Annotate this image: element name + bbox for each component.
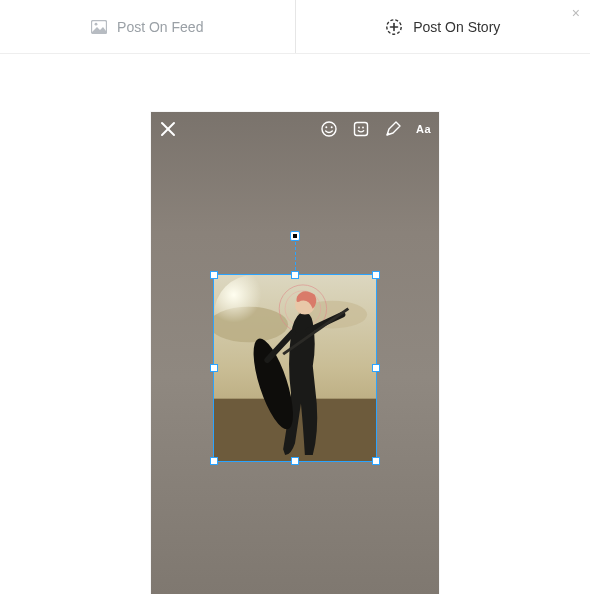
top-tabs: Post On Feed Post On Story ×: [0, 0, 590, 54]
draw-icon[interactable]: [384, 120, 402, 138]
svg-point-7: [322, 122, 336, 136]
text-tool-button[interactable]: Aa: [416, 123, 431, 135]
rotation-handle[interactable]: [290, 231, 300, 241]
svg-point-8: [325, 126, 327, 128]
tab-post-on-story[interactable]: Post On Story: [296, 0, 591, 53]
dialog-close-button[interactable]: ×: [572, 6, 580, 20]
selected-image[interactable]: [214, 275, 376, 461]
resize-handle-mr[interactable]: [372, 364, 380, 372]
resize-handle-tm[interactable]: [291, 271, 299, 279]
rotation-connector: [295, 237, 296, 275]
add-circle-icon: [385, 18, 403, 36]
story-canvas[interactable]: Aa: [151, 112, 439, 594]
svg-point-1: [95, 22, 98, 25]
tab-story-label: Post On Story: [413, 19, 500, 35]
emoji-icon[interactable]: [320, 120, 338, 138]
resize-handle-br[interactable]: [372, 457, 380, 465]
resize-handle-bm[interactable]: [291, 457, 299, 465]
editor-stage: Aa: [0, 54, 590, 594]
svg-rect-10: [354, 123, 367, 136]
sticker-icon[interactable]: [352, 120, 370, 138]
resize-handle-tr[interactable]: [372, 271, 380, 279]
resize-handle-tl[interactable]: [210, 271, 218, 279]
selection-box[interactable]: [213, 274, 377, 462]
tab-feed-label: Post On Feed: [117, 19, 203, 35]
tab-post-on-feed[interactable]: Post On Feed: [0, 0, 296, 53]
svg-point-9: [331, 126, 333, 128]
canvas-close-icon[interactable]: [159, 120, 177, 138]
svg-point-12: [362, 127, 364, 129]
resize-handle-ml[interactable]: [210, 364, 218, 372]
canvas-toolbar: Aa: [159, 120, 431, 138]
svg-point-11: [358, 127, 360, 129]
resize-handle-bl[interactable]: [210, 457, 218, 465]
image-icon: [91, 20, 107, 34]
